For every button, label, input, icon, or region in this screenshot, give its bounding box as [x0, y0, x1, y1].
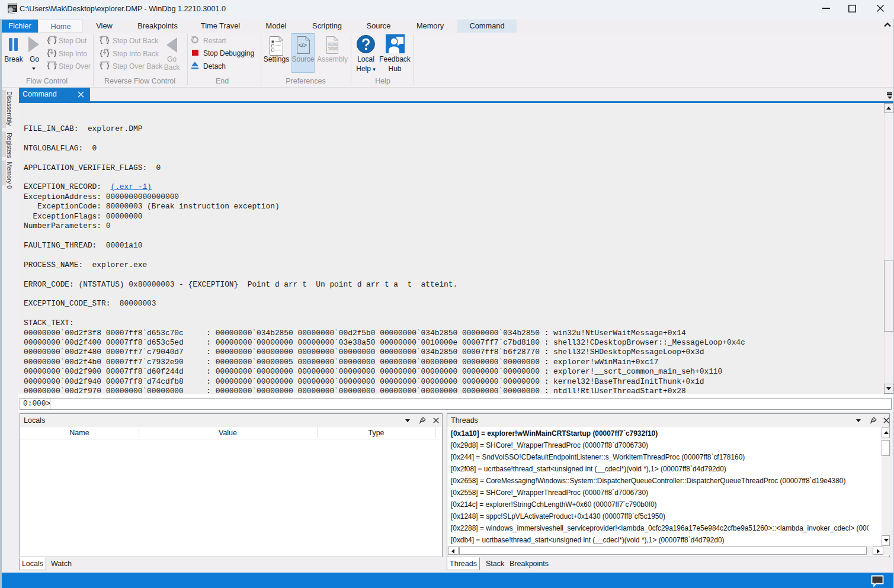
svg-text:I0I0I: I0I0I	[328, 47, 338, 52]
svg-text:0II0I: 0II0I	[328, 42, 338, 47]
svg-text:</>: </>	[299, 42, 307, 49]
